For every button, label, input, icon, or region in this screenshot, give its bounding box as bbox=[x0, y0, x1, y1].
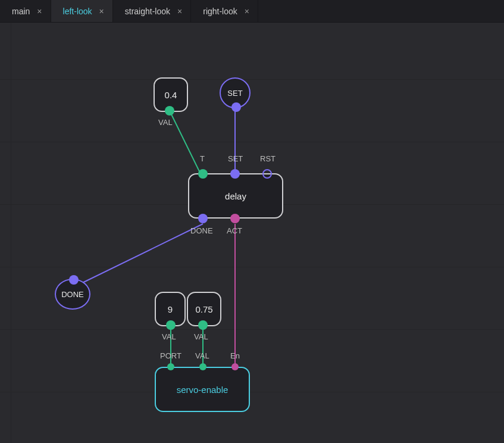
tab-label: right-look bbox=[203, 7, 237, 16]
close-icon[interactable]: × bbox=[37, 7, 42, 15]
tab-main[interactable]: main × bbox=[0, 0, 51, 22]
output-port-act[interactable] bbox=[230, 214, 240, 223]
output-port-val[interactable] bbox=[198, 320, 208, 330]
output-port-val[interactable] bbox=[165, 106, 174, 116]
node-title: delay bbox=[225, 191, 246, 201]
delay-node[interactable]: delay bbox=[188, 173, 283, 219]
port-label: SET bbox=[228, 154, 243, 163]
port-label: PORT bbox=[160, 351, 181, 360]
port-label: VAL bbox=[195, 351, 209, 360]
constant-value: 9 bbox=[168, 304, 173, 314]
tab-label: left-look bbox=[63, 7, 92, 16]
port-label: T bbox=[200, 154, 205, 163]
close-icon[interactable]: × bbox=[245, 7, 249, 15]
port-label: RST bbox=[260, 154, 276, 163]
input-port-rst[interactable] bbox=[262, 169, 272, 179]
close-icon[interactable]: × bbox=[177, 7, 182, 15]
node-title: servo-enable bbox=[177, 385, 228, 395]
input-port-en[interactable] bbox=[231, 363, 239, 370]
input-port-done[interactable] bbox=[69, 275, 79, 285]
input-port-set[interactable] bbox=[230, 169, 240, 179]
tab-right-look[interactable]: right-look × bbox=[191, 0, 258, 22]
servo-enable-node[interactable]: servo-enable bbox=[155, 367, 250, 412]
done-terminal[interactable]: DONE bbox=[55, 279, 90, 310]
input-port-val[interactable] bbox=[199, 363, 206, 370]
output-port-set[interactable] bbox=[231, 102, 241, 112]
tab-straight-look[interactable]: straight-look × bbox=[113, 0, 191, 22]
constant-value: 0.4 bbox=[165, 90, 177, 100]
output-port-done[interactable] bbox=[198, 214, 208, 223]
port-label: DONE bbox=[190, 226, 213, 235]
port-label: En bbox=[230, 351, 240, 360]
tab-label: main bbox=[12, 7, 30, 16]
input-port-t[interactable] bbox=[198, 169, 208, 179]
bubble-label: SET bbox=[227, 89, 242, 98]
port-label: ACT bbox=[227, 226, 242, 235]
bubble-label: DONE bbox=[61, 290, 84, 299]
node-editor-canvas[interactable]: 0.4 VAL SET T SET RST delay DONE ACT DON… bbox=[0, 23, 504, 443]
close-icon[interactable]: × bbox=[99, 7, 104, 15]
set-terminal[interactable]: SET bbox=[220, 77, 251, 108]
port-label: VAL bbox=[162, 332, 176, 341]
tab-label: straight-look bbox=[125, 7, 170, 16]
port-label: VAL bbox=[158, 118, 173, 127]
wires-layer bbox=[0, 23, 504, 443]
output-port-val[interactable] bbox=[166, 320, 176, 330]
port-label: VAL bbox=[194, 332, 208, 341]
tab-bar: main × left-look × straight-look × right… bbox=[0, 0, 504, 23]
constant-value: 0.75 bbox=[195, 304, 212, 314]
tab-left-look[interactable]: left-look × bbox=[51, 0, 113, 22]
input-port-port[interactable] bbox=[167, 363, 174, 370]
